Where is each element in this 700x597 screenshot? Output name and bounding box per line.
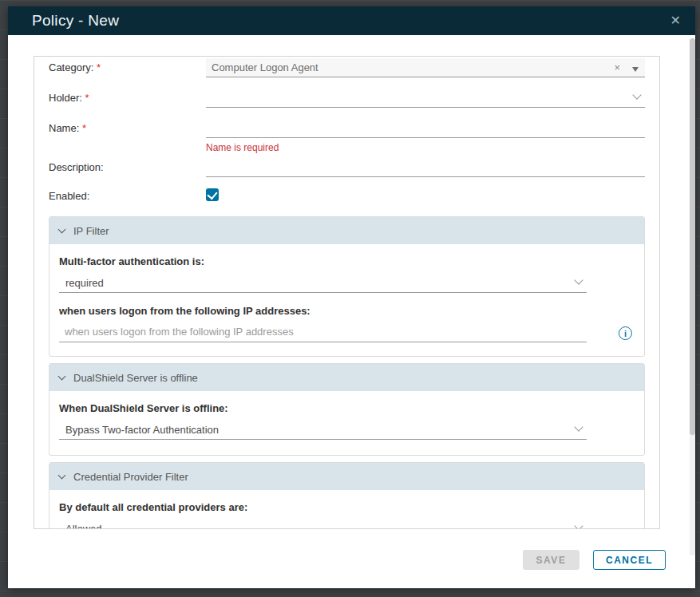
mfa-label: Multi-factor authentication is: xyxy=(59,255,635,267)
default-providers-select[interactable]: Allowed xyxy=(59,520,587,529)
accordion-body-dualshield-offline: When DualShield Server is offline: Bypas… xyxy=(49,391,644,455)
enabled-row: Enabled: xyxy=(49,188,645,204)
required-marker: * xyxy=(85,92,89,104)
modal-scrollbar[interactable] xyxy=(690,38,695,555)
caret-down-icon[interactable] xyxy=(632,67,639,72)
holder-row: Holder: * xyxy=(49,89,645,108)
accordion-title: IP Filter xyxy=(73,225,109,237)
chevron-down-icon xyxy=(58,472,66,480)
description-field xyxy=(206,158,645,177)
chevron-down-icon xyxy=(58,373,66,381)
enabled-checkbox[interactable] xyxy=(206,188,219,201)
policy-form-panel: Category: * Computer Logon Agent × Holde… xyxy=(34,56,660,529)
policy-new-modal: Policy - New ✕ Category: * Computer Logo… xyxy=(8,6,695,588)
required-marker: * xyxy=(97,61,101,73)
holder-label: Holder: * xyxy=(49,92,206,108)
chevron-down-icon xyxy=(574,422,583,431)
category-combobox[interactable]: Computer Logon Agent × xyxy=(206,58,645,77)
mfa-select-value: required xyxy=(65,277,104,289)
accordion-header-dualshield-offline[interactable]: DualShield Server is offline xyxy=(49,364,644,391)
accordion-title: DualShield Server is offline xyxy=(73,372,198,384)
ip-addresses-field xyxy=(59,323,587,342)
category-row: Category: * Computer Logon Agent × xyxy=(49,58,645,77)
holder-select[interactable] xyxy=(206,89,645,108)
modal-title: Policy - New xyxy=(32,12,119,30)
default-providers-label: By default all credential providers are: xyxy=(59,501,635,513)
chevron-down-icon xyxy=(574,275,583,284)
category-value: Computer Logon Agent xyxy=(212,61,614,73)
info-icon-glyph: i xyxy=(624,329,627,338)
info-icon[interactable]: i xyxy=(619,326,632,340)
clear-icon[interactable]: × xyxy=(614,61,620,73)
name-field xyxy=(206,119,645,138)
section-ip-filter: IP Filter Multi-factor authentication is… xyxy=(49,216,645,357)
section-dualshield-offline: DualShield Server is offline When DualSh… xyxy=(49,363,645,456)
accordion-header-credential-provider-filter[interactable]: Credential Provider Filter xyxy=(49,463,644,490)
modal-header: Policy - New ✕ xyxy=(8,6,695,35)
required-marker: * xyxy=(82,122,86,134)
accordion-header-ip-filter[interactable]: IP Filter xyxy=(49,217,644,244)
enabled-label: Enabled: xyxy=(49,190,206,202)
ip-addresses-label: when users logon from the following IP a… xyxy=(59,305,635,317)
mfa-select[interactable]: required xyxy=(59,274,587,293)
name-row: Name: * Name is required xyxy=(49,119,645,153)
accordion-body-ip-filter: Multi-factor authentication is: required… xyxy=(49,244,644,356)
description-label: Description: xyxy=(49,161,206,177)
modal-body: Category: * Computer Logon Agent × Holde… xyxy=(8,35,695,588)
accordion-body-credential-provider-filter: By default all credential providers are:… xyxy=(49,490,644,529)
description-row: Description: xyxy=(49,158,645,177)
name-label: Name: * xyxy=(49,122,206,153)
holder-label-text: Holder: xyxy=(49,92,82,104)
save-button[interactable]: SAVE xyxy=(523,550,579,570)
scrollbar-thumb[interactable] xyxy=(690,38,695,435)
offline-behavior-label: When DualShield Server is offline: xyxy=(59,402,635,414)
description-input[interactable] xyxy=(206,158,645,176)
close-icon[interactable]: ✕ xyxy=(670,14,681,27)
chevron-down-icon xyxy=(632,90,641,99)
offline-behavior-select-value: Bypass Two-factor Authentication xyxy=(65,424,219,436)
default-providers-select-value: Allowed xyxy=(65,523,102,529)
chevron-down-icon xyxy=(58,226,66,234)
name-input[interactable] xyxy=(206,119,645,136)
category-label-text: Category: xyxy=(49,61,93,73)
offline-behavior-select[interactable]: Bypass Two-factor Authentication xyxy=(59,421,587,440)
name-label-text: Name: xyxy=(49,122,79,134)
name-error-text: Name is required xyxy=(206,142,645,153)
chevron-down-icon xyxy=(574,521,583,529)
section-credential-provider-filter: Credential Provider Filter By default al… xyxy=(49,462,645,529)
ip-addresses-input[interactable] xyxy=(59,323,587,341)
cancel-button[interactable]: CANCEL xyxy=(593,550,666,570)
modal-footer: SAVE CANCEL xyxy=(523,550,666,570)
category-label: Category: * xyxy=(49,61,206,77)
accordion-title: Credential Provider Filter xyxy=(73,471,188,483)
